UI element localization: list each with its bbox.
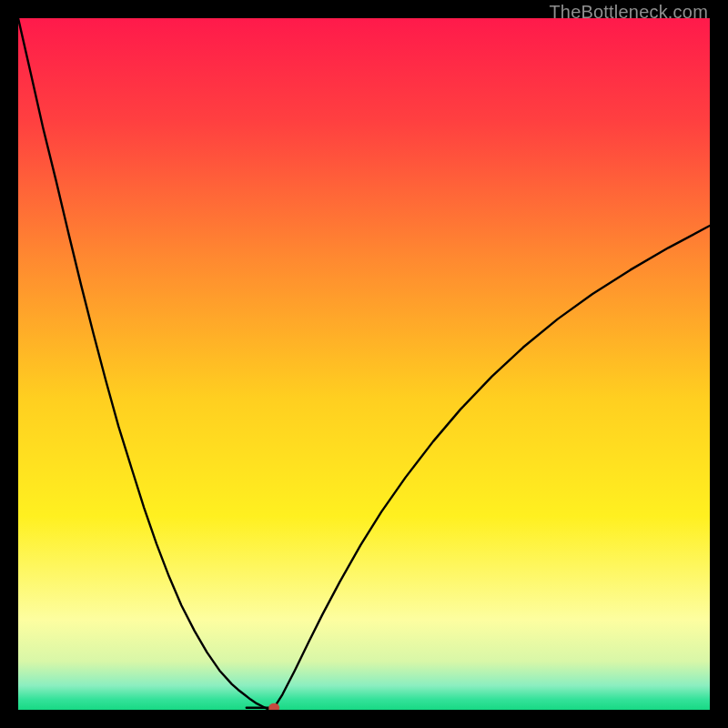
watermark-text: TheBottleneck.com — [549, 2, 708, 23]
chart-frame — [18, 18, 710, 710]
bottleneck-chart — [18, 18, 710, 710]
gradient-background — [18, 18, 710, 710]
